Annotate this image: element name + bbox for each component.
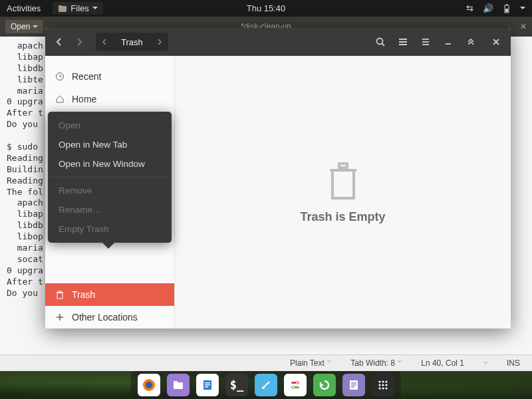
volume-icon[interactable]: 🔊 [483,3,493,13]
dock-firefox[interactable] [138,374,160,396]
svg-point-38 [292,386,295,389]
search-icon [375,37,386,47]
svg-point-43 [378,380,380,382]
path-segment[interactable]: Trash [112,37,152,47]
app-menu[interactable]: Files [53,2,102,15]
dock-terminal[interactable]: $_ [225,374,248,396]
gedit-statusbar: Plain Text Tab Width: 8 Ln 40, Col 1 INS [0,354,532,371]
sidebar-item-label: Other Locations [72,312,138,323]
hamburger-button[interactable] [415,33,436,51]
dock-settings[interactable] [284,374,307,396]
empty-label: Trash is Empty [300,210,385,224]
sidebar-item-other-locations[interactable]: Other Locations [45,306,174,329]
svg-point-34 [268,382,270,384]
recent-icon [55,72,65,81]
sidebar-item-recent[interactable]: Recent [45,65,174,88]
dock-update[interactable] [313,374,336,396]
svg-rect-30 [205,382,210,384]
tabwidth-selector[interactable]: Tab Width: 8 [350,358,402,368]
svg-point-48 [385,384,387,386]
svg-rect-32 [205,386,208,388]
menu-rename[interactable]: Rename… [48,200,172,219]
close-icon [492,38,500,46]
network-icon[interactable]: ⇆ [466,3,473,13]
pathbar[interactable]: Trash [96,33,168,51]
insert-mode: INS [507,358,520,368]
gedit-open-button[interactable]: Open [5,20,43,33]
close-button[interactable] [485,33,507,51]
home-icon [55,94,65,104]
view-list-button[interactable] [392,33,414,51]
dropdown-icon [92,7,98,12]
sidebar-item-home[interactable]: Home [45,88,174,110]
sidebar-context-menu: Open Open in New Tab Open in New Window … [48,112,172,243]
dock-libreoffice-writer[interactable] [196,374,219,396]
svg-point-46 [378,384,380,386]
menu-icon [420,37,431,47]
trash-empty-icon [326,161,360,201]
svg-rect-28 [174,381,178,384]
forward-button[interactable] [69,33,89,51]
files-app-icon [58,4,67,13]
search-button[interactable] [370,33,391,51]
sidebar-item-trash[interactable]: Trash [45,283,174,306]
svg-rect-22 [332,170,354,198]
svg-rect-31 [205,384,210,386]
svg-point-44 [382,380,384,382]
menu-remove[interactable]: Remove [48,181,172,200]
svg-point-49 [378,387,380,389]
svg-point-5 [377,39,383,45]
chevron-right-icon [156,39,163,45]
svg-point-45 [385,380,387,382]
svg-point-37 [296,382,299,384]
back-button[interactable] [49,33,69,51]
menu-empty-trash[interactable]: Empty Trash [48,219,172,239]
menu-open-new-tab[interactable]: Open in New Tab [48,135,172,154]
svg-rect-24 [339,164,347,168]
svg-rect-3 [506,4,507,5]
clock[interactable]: Thu 15:40 [247,3,286,13]
arrow-right-icon [74,37,84,47]
sidebar-item-label: Trash [72,289,95,300]
dock-text-editor[interactable] [342,374,365,396]
syntax-selector[interactable]: Plain Text [290,358,332,368]
arrow-left-icon [55,37,64,47]
maximize-button[interactable] [460,33,481,51]
maximize-icon [467,38,475,46]
svg-rect-1 [59,5,62,7]
svg-rect-4 [505,9,508,12]
files-headerbar: Trash [45,28,511,56]
gnome-top-bar: Activities Files Thu 15:40 ⇆ 🔊 [0,0,532,17]
svg-point-50 [382,387,384,389]
files-content: Trash is Empty [175,56,511,329]
sidebar-item-label: Home [72,94,96,104]
pos-dropdown-icon[interactable] [483,362,488,367]
svg-line-6 [382,44,385,47]
svg-point-26 [146,382,152,388]
menu-separator [48,177,172,178]
minimize-icon [444,38,452,46]
svg-rect-19 [59,291,61,293]
gedit-close-icon[interactable]: ✕ [520,22,527,31]
dock-usb-creator[interactable] [255,374,277,396]
sidebar-item-label: Recent [72,71,101,82]
desktop-background: $_ [0,371,532,399]
activities-button[interactable]: Activities [7,3,41,13]
menu-open[interactable]: Open [48,116,172,135]
dock: $_ [131,371,401,399]
svg-point-51 [385,387,387,389]
battery-icon[interactable] [503,4,511,13]
dock-app-grid[interactable] [372,374,394,396]
minimize-button[interactable] [438,33,459,51]
chevron-left-icon [101,39,108,45]
dock-files[interactable] [167,374,190,396]
cursor-position: Ln 40, Col 1 [421,358,464,368]
list-icon [398,37,408,47]
menu-open-new-window[interactable]: Open in New Window [48,154,172,174]
trash-icon [55,290,65,299]
svg-rect-17 [57,293,63,299]
system-menu-icon[interactable] [520,7,525,12]
svg-point-47 [382,384,384,386]
plus-icon [55,313,65,322]
